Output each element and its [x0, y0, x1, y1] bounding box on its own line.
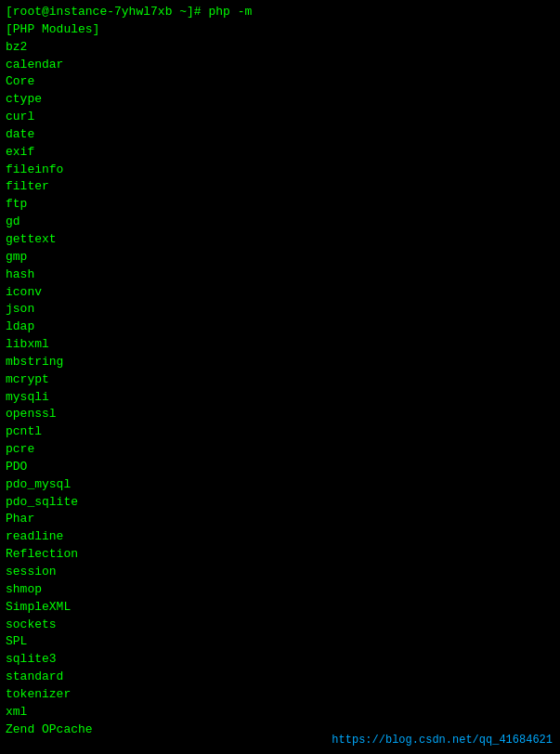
list-item: Core — [6, 73, 554, 91]
list-item: iconv — [6, 284, 554, 302]
list-item: Reflection — [6, 546, 554, 564]
list-item: calendar — [6, 57, 554, 74]
list-item: shmop — [6, 581, 554, 599]
list-item: PDO — [6, 459, 554, 476]
list-item: gmp — [6, 249, 554, 266]
list-item: gettext — [6, 231, 554, 249]
terminal-window: [root@instance-7yhwl7xb ~]# php -m [PHP … — [0, 0, 560, 742]
list-item: readline — [6, 528, 554, 546]
list-item: sockets — [6, 617, 554, 634]
list-item: hash — [6, 266, 554, 284]
list-item: mbstring — [6, 354, 554, 371]
list-item: date — [6, 126, 554, 144]
list-item: fileinfo — [6, 162, 554, 179]
list-item: pcre — [6, 441, 554, 459]
list-item: Phar — [6, 511, 554, 528]
list-item: json — [6, 301, 554, 318]
list-item: mysqli — [6, 389, 554, 407]
list-item: SPL — [6, 633, 554, 651]
list-item: standard — [6, 669, 554, 686]
list-item: ldap — [6, 318, 554, 336]
list-item: gd — [6, 214, 554, 231]
watermark: https://blog.csdn.net/qq_41684621 — [332, 734, 553, 747]
module-list: bz2calendarCorectypecurldateexiffileinfo… — [6, 39, 554, 739]
list-item: sqlite3 — [6, 651, 554, 669]
list-item: libxml — [6, 336, 554, 354]
list-item: bz2 — [6, 39, 554, 57]
list-item: openssl — [6, 406, 554, 423]
command-prompt: [root@instance-7yhwl7xb ~]# php -m — [6, 4, 554, 21]
list-item: tokenizer — [6, 686, 554, 704]
list-item: mcrypt — [6, 371, 554, 389]
list-item: ftp — [6, 196, 554, 214]
list-item: SimpleXML — [6, 599, 554, 617]
php-modules-header: [PHP Modules] — [6, 21, 554, 39]
list-item: curl — [6, 109, 554, 126]
list-item: exif — [6, 144, 554, 162]
list-item: pdo_sqlite — [6, 494, 554, 512]
list-item: pcntl — [6, 423, 554, 441]
list-item: session — [6, 564, 554, 581]
list-item: filter — [6, 178, 554, 196]
list-item: xml — [6, 704, 554, 722]
list-item: pdo_mysql — [6, 476, 554, 494]
list-item: ctype — [6, 91, 554, 109]
